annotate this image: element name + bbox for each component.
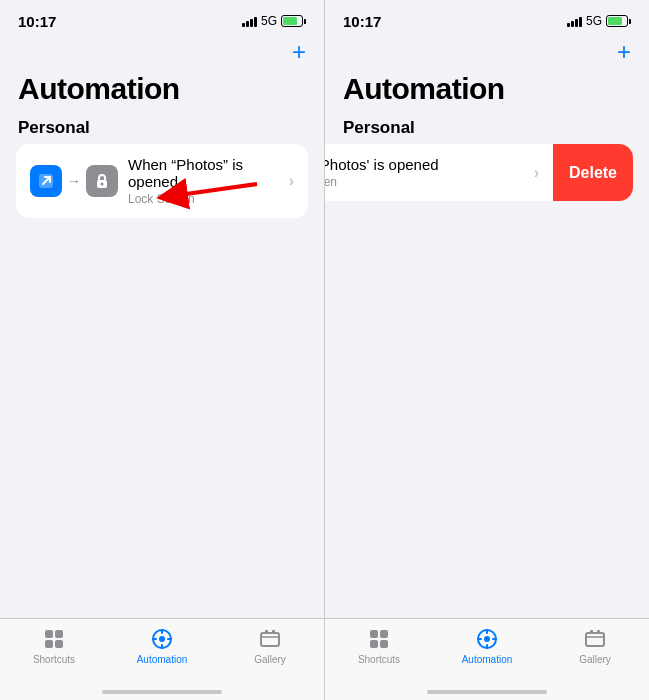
home-indicator-1	[102, 690, 222, 694]
svg-rect-18	[370, 630, 378, 638]
bar4	[254, 17, 257, 27]
title-area-2: Automation	[325, 72, 649, 112]
svg-rect-26	[597, 630, 600, 634]
chevron-2: ›	[534, 164, 539, 182]
status-icons-2: 5G	[567, 14, 631, 28]
header-2: +	[325, 36, 649, 72]
arrow-connector-1: →	[67, 173, 81, 189]
svg-rect-5	[45, 630, 53, 638]
tab-label-shortcuts-2: Shortcuts	[358, 654, 400, 665]
status-icons-1: 5G	[242, 14, 306, 28]
card-subtitle-2: een	[325, 175, 530, 189]
card-title-1: When “Photos” is opened	[128, 156, 285, 190]
tab-shortcuts-2[interactable]: Shortcuts	[325, 627, 433, 665]
svg-rect-13	[272, 630, 275, 634]
svg-point-2	[101, 183, 104, 186]
page-title-2: Automation	[343, 72, 631, 106]
tab-automation-2[interactable]: Automation	[433, 627, 541, 665]
svg-rect-7	[45, 640, 53, 648]
status-time-1: 10:17	[18, 13, 56, 30]
bar3	[250, 19, 253, 27]
tab-bar-2: Shortcuts Automation Gallery	[325, 618, 649, 700]
svg-rect-25	[590, 630, 593, 634]
panel-2: 10:17 5G + Automation Personal	[325, 0, 649, 700]
app-icon-1	[30, 165, 62, 197]
svg-rect-21	[380, 640, 388, 648]
card-text-2: 'Photos' is opened een	[325, 156, 530, 189]
svg-point-10	[159, 636, 165, 642]
bar3b	[575, 19, 578, 27]
svg-rect-20	[370, 640, 378, 648]
tab-label-gallery-2: Gallery	[579, 654, 611, 665]
panel-1: 10:17 5G + Automation Personal	[0, 0, 324, 700]
card-container-2: Delete 'Photos' is opened een ›	[341, 144, 633, 201]
signal-text-2: 5G	[586, 14, 602, 28]
svg-rect-12	[265, 630, 268, 634]
section-label-2: Personal	[325, 112, 649, 144]
home-indicator-2	[427, 690, 547, 694]
automation-card-1[interactable]: → When “Photos” is opened Lock Screen ›	[16, 144, 308, 218]
tab-label-shortcuts-1: Shortcuts	[33, 654, 75, 665]
tab-shortcuts-1[interactable]: Shortcuts	[0, 627, 108, 665]
status-bar-2: 10:17 5G	[325, 0, 649, 36]
tab-automation-1[interactable]: Automation	[108, 627, 216, 665]
add-button-1[interactable]: +	[292, 40, 306, 64]
svg-point-23	[484, 636, 490, 642]
battery-2	[606, 15, 631, 27]
shortcuts-icon-1	[42, 627, 66, 651]
svg-rect-8	[55, 640, 63, 648]
svg-rect-24	[586, 633, 604, 646]
tab-label-gallery-1: Gallery	[254, 654, 286, 665]
card-text-1: When “Photos” is opened Lock Screen	[128, 156, 285, 206]
card-title-2: 'Photos' is opened	[325, 156, 530, 173]
chevron-1: ›	[289, 172, 294, 190]
svg-rect-6	[55, 630, 63, 638]
automation-card-2[interactable]: 'Photos' is opened een ›	[325, 144, 553, 201]
tab-gallery-1[interactable]: Gallery	[216, 627, 324, 665]
card-icons-1: →	[30, 165, 118, 197]
bar4b	[579, 17, 582, 27]
bar1	[242, 23, 245, 27]
section-label-1: Personal	[0, 112, 324, 144]
bar2b	[571, 21, 574, 27]
card-subtitle-1: Lock Screen	[128, 192, 285, 206]
lock-icon-1	[86, 165, 118, 197]
svg-rect-19	[380, 630, 388, 638]
add-button-2[interactable]: +	[617, 40, 631, 64]
tab-label-automation-1: Automation	[137, 654, 188, 665]
page-title-1: Automation	[18, 72, 306, 106]
signal-bars-1	[242, 15, 257, 27]
status-bar-1: 10:17 5G	[0, 0, 324, 36]
shortcuts-icon-2	[367, 627, 391, 651]
delete-button[interactable]: Delete	[553, 144, 633, 201]
status-time-2: 10:17	[343, 13, 381, 30]
signal-bars-2	[567, 15, 582, 27]
automation-icon-1	[150, 627, 174, 651]
header-1: +	[0, 36, 324, 72]
tab-bar-1: Shortcuts Automation Gallery	[0, 618, 324, 700]
signal-text-1: 5G	[261, 14, 277, 28]
bar2	[246, 21, 249, 27]
svg-rect-11	[261, 633, 279, 646]
title-area-1: Automation	[0, 72, 324, 112]
gallery-icon-1	[258, 627, 282, 651]
tab-gallery-2[interactable]: Gallery	[541, 627, 649, 665]
bar1b	[567, 23, 570, 27]
battery-1	[281, 15, 306, 27]
card-container-1: → When “Photos” is opened Lock Screen ›	[16, 144, 308, 218]
gallery-icon-2	[583, 627, 607, 651]
tab-label-automation-2: Automation	[462, 654, 513, 665]
automation-icon-2	[475, 627, 499, 651]
